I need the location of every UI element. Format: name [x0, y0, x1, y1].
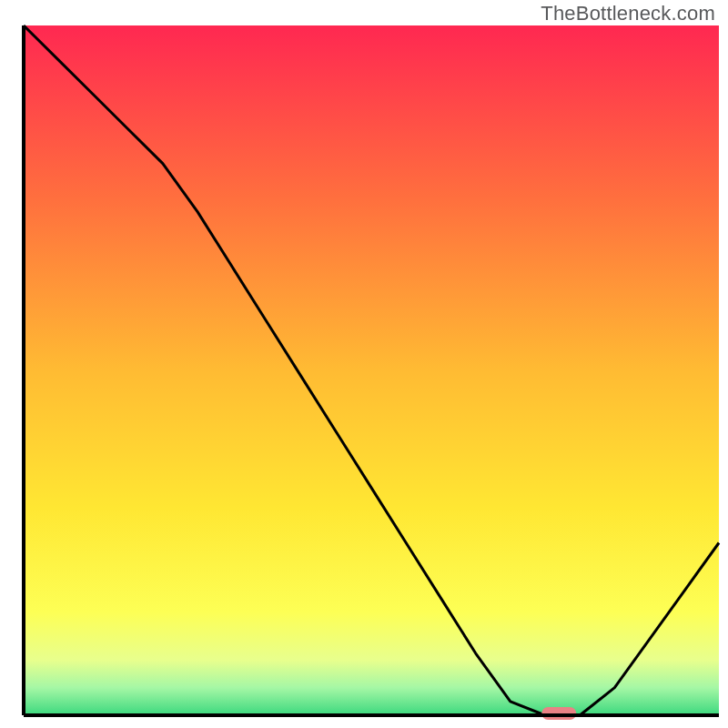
bottleneck-chart: [0, 0, 728, 728]
chart-container: TheBottleneck.com: [0, 0, 728, 728]
watermark-text: TheBottleneck.com: [541, 2, 715, 25]
